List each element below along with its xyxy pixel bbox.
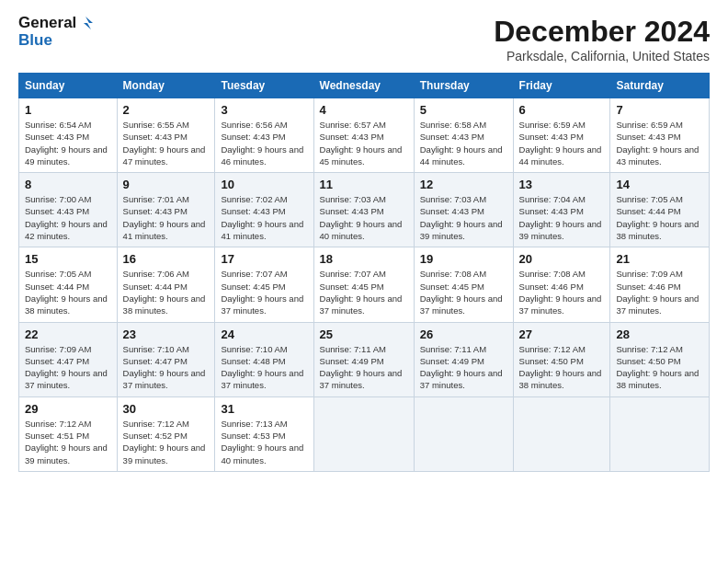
table-row: 15 Sunrise: 7:05 AMSunset: 4:44 PMDaylig… <box>19 247 118 322</box>
day-info: Sunrise: 7:07 AMSunset: 4:45 PMDaylight:… <box>320 269 403 316</box>
table-row: 17 Sunrise: 7:07 AMSunset: 4:45 PMDaylig… <box>215 247 313 322</box>
table-row: 4 Sunrise: 6:57 AMSunset: 4:43 PMDayligh… <box>313 98 414 173</box>
day-number: 10 <box>221 178 307 191</box>
table-row: 19 Sunrise: 7:08 AMSunset: 4:45 PMDaylig… <box>414 247 513 322</box>
day-info: Sunrise: 6:56 AMSunset: 4:43 PMDaylight:… <box>221 120 303 167</box>
day-number: 20 <box>519 252 605 266</box>
day-info: Sunrise: 7:09 AMSunset: 4:47 PMDaylight:… <box>25 344 108 391</box>
table-row <box>414 396 513 471</box>
table-row: 18 Sunrise: 7:07 AMSunset: 4:45 PMDaylig… <box>313 247 414 322</box>
day-info: Sunrise: 7:07 AMSunset: 4:45 PMDaylight:… <box>221 269 303 316</box>
calendar-table: Sunday Monday Tuesday Wednesday Thursday… <box>18 73 710 472</box>
col-tuesday: Tuesday <box>215 74 313 98</box>
day-info: Sunrise: 7:05 AMSunset: 4:44 PMDaylight:… <box>25 269 108 316</box>
day-info: Sunrise: 7:00 AMSunset: 4:43 PMDaylight:… <box>25 194 108 241</box>
col-friday: Friday <box>513 74 610 98</box>
day-info: Sunrise: 7:04 AMSunset: 4:43 PMDaylight:… <box>519 194 602 241</box>
day-number: 22 <box>25 327 111 341</box>
col-saturday: Saturday <box>610 74 710 98</box>
day-number: 6 <box>519 103 605 117</box>
calendar-week-row: 1 Sunrise: 6:54 AMSunset: 4:43 PMDayligh… <box>19 98 710 173</box>
table-row: 20 Sunrise: 7:08 AMSunset: 4:46 PMDaylig… <box>513 247 610 322</box>
day-number: 13 <box>519 178 605 191</box>
logo: General Blue <box>18 15 95 49</box>
day-info: Sunrise: 7:02 AMSunset: 4:43 PMDaylight:… <box>221 194 303 241</box>
day-info: Sunrise: 7:12 AMSunset: 4:50 PMDaylight:… <box>616 344 699 391</box>
table-row: 8 Sunrise: 7:00 AMSunset: 4:43 PMDayligh… <box>19 173 118 247</box>
day-info: Sunrise: 7:08 AMSunset: 4:45 PMDaylight:… <box>420 269 503 316</box>
col-wednesday: Wednesday <box>313 74 414 98</box>
day-info: Sunrise: 7:12 AMSunset: 4:51 PMDaylight:… <box>25 419 108 465</box>
page-title: December 2024 <box>494 15 710 49</box>
table-row: 21 Sunrise: 7:09 AMSunset: 4:46 PMDaylig… <box>610 247 710 322</box>
table-row: 12 Sunrise: 7:03 AMSunset: 4:43 PMDaylig… <box>414 173 513 247</box>
day-number: 25 <box>320 327 408 341</box>
day-info: Sunrise: 7:03 AMSunset: 4:43 PMDaylight:… <box>420 194 503 241</box>
day-number: 8 <box>25 178 111 191</box>
calendar-week-row: 22 Sunrise: 7:09 AMSunset: 4:47 PMDaylig… <box>19 322 710 396</box>
table-row: 13 Sunrise: 7:04 AMSunset: 4:43 PMDaylig… <box>513 173 610 247</box>
day-number: 12 <box>420 178 507 191</box>
day-number: 9 <box>123 178 210 191</box>
day-number: 24 <box>221 327 307 341</box>
day-info: Sunrise: 7:03 AMSunset: 4:43 PMDaylight:… <box>320 194 403 241</box>
day-info: Sunrise: 6:59 AMSunset: 4:43 PMDaylight:… <box>616 120 699 167</box>
day-info: Sunrise: 6:55 AMSunset: 4:43 PMDaylight:… <box>123 120 206 167</box>
day-info: Sunrise: 7:01 AMSunset: 4:43 PMDaylight:… <box>123 194 206 241</box>
table-row: 26 Sunrise: 7:11 AMSunset: 4:49 PMDaylig… <box>414 322 513 396</box>
table-row: 7 Sunrise: 6:59 AMSunset: 4:43 PMDayligh… <box>610 98 710 173</box>
day-info: Sunrise: 7:10 AMSunset: 4:48 PMDaylight:… <box>221 344 303 391</box>
table-row: 30 Sunrise: 7:12 AMSunset: 4:52 PMDaylig… <box>117 396 215 471</box>
table-row <box>313 396 414 471</box>
day-number: 16 <box>123 252 210 266</box>
table-row <box>513 396 610 471</box>
day-info: Sunrise: 7:13 AMSunset: 4:53 PMDaylight:… <box>221 419 303 465</box>
table-row: 6 Sunrise: 6:59 AMSunset: 4:43 PMDayligh… <box>513 98 610 173</box>
day-info: Sunrise: 7:11 AMSunset: 4:49 PMDaylight:… <box>420 344 503 391</box>
svg-marker-0 <box>84 17 93 29</box>
day-number: 15 <box>25 252 111 266</box>
table-row: 29 Sunrise: 7:12 AMSunset: 4:51 PMDaylig… <box>19 396 118 471</box>
table-row: 3 Sunrise: 6:56 AMSunset: 4:43 PMDayligh… <box>215 98 313 173</box>
day-number: 29 <box>25 402 111 416</box>
table-row <box>610 396 710 471</box>
logo-bird-icon <box>78 15 95 31</box>
day-number: 26 <box>420 327 507 341</box>
table-row: 5 Sunrise: 6:58 AMSunset: 4:43 PMDayligh… <box>414 98 513 173</box>
logo-text-general: General <box>18 15 76 32</box>
page-container: General Blue December 2024 Parksdale, Ca… <box>0 0 728 481</box>
day-number: 11 <box>320 178 408 191</box>
table-row: 23 Sunrise: 7:10 AMSunset: 4:47 PMDaylig… <box>117 322 215 396</box>
col-thursday: Thursday <box>414 74 513 98</box>
day-number: 7 <box>616 103 703 117</box>
day-number: 17 <box>221 252 307 266</box>
day-info: Sunrise: 7:09 AMSunset: 4:46 PMDaylight:… <box>616 269 699 316</box>
day-info: Sunrise: 6:54 AMSunset: 4:43 PMDaylight:… <box>25 120 108 167</box>
day-number: 19 <box>420 252 507 266</box>
table-row: 1 Sunrise: 6:54 AMSunset: 4:43 PMDayligh… <box>19 98 118 173</box>
day-number: 18 <box>320 252 408 266</box>
col-monday: Monday <box>117 74 215 98</box>
table-row: 11 Sunrise: 7:03 AMSunset: 4:43 PMDaylig… <box>313 173 414 247</box>
header: General Blue December 2024 Parksdale, Ca… <box>18 15 710 63</box>
table-row: 24 Sunrise: 7:10 AMSunset: 4:48 PMDaylig… <box>215 322 313 396</box>
table-row: 14 Sunrise: 7:05 AMSunset: 4:44 PMDaylig… <box>610 173 710 247</box>
day-number: 5 <box>420 103 507 117</box>
table-row: 22 Sunrise: 7:09 AMSunset: 4:47 PMDaylig… <box>19 322 118 396</box>
day-number: 3 <box>221 103 307 117</box>
table-row: 25 Sunrise: 7:11 AMSunset: 4:49 PMDaylig… <box>313 322 414 396</box>
calendar-week-row: 29 Sunrise: 7:12 AMSunset: 4:51 PMDaylig… <box>19 396 710 471</box>
day-number: 21 <box>616 252 703 266</box>
day-info: Sunrise: 6:58 AMSunset: 4:43 PMDaylight:… <box>420 120 503 167</box>
day-info: Sunrise: 7:12 AMSunset: 4:50 PMDaylight:… <box>519 344 602 391</box>
day-info: Sunrise: 7:06 AMSunset: 4:44 PMDaylight:… <box>123 269 206 316</box>
calendar-header-row: Sunday Monday Tuesday Wednesday Thursday… <box>19 74 710 98</box>
day-number: 30 <box>123 402 210 416</box>
col-sunday: Sunday <box>19 74 118 98</box>
calendar-week-row: 15 Sunrise: 7:05 AMSunset: 4:44 PMDaylig… <box>19 247 710 322</box>
table-row: 2 Sunrise: 6:55 AMSunset: 4:43 PMDayligh… <box>117 98 215 173</box>
table-row: 16 Sunrise: 7:06 AMSunset: 4:44 PMDaylig… <box>117 247 215 322</box>
calendar-week-row: 8 Sunrise: 7:00 AMSunset: 4:43 PMDayligh… <box>19 173 710 247</box>
day-number: 14 <box>616 178 703 191</box>
logo-text-blue: Blue <box>18 32 95 50</box>
